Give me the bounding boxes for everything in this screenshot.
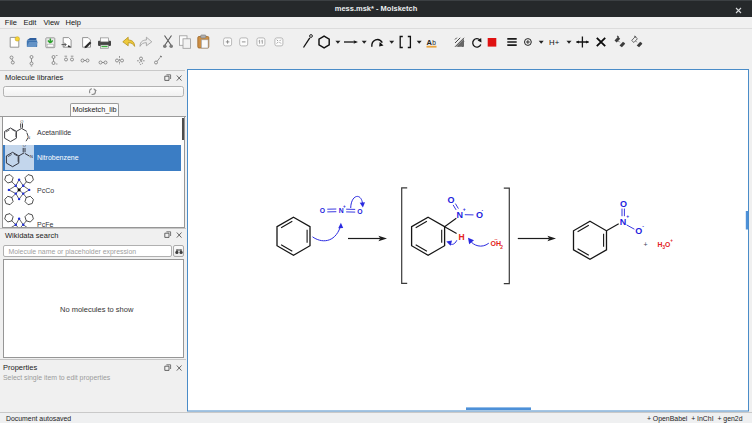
svg-text:+: + (463, 206, 466, 212)
svg-text:O: O (20, 120, 23, 124)
svg-text:O: O (635, 226, 642, 236)
svg-text:O: O (620, 199, 627, 209)
svg-text:+: + (670, 238, 673, 243)
svg-text:..: .. (494, 235, 498, 241)
svg-text:O: O (357, 208, 362, 215)
svg-text:H: H (458, 232, 464, 242)
svg-text:+: + (644, 241, 648, 248)
svg-text:+: + (343, 204, 346, 209)
svg-text:N: N (30, 155, 33, 160)
svg-text:O: O (447, 195, 454, 205)
svg-text:2: 2 (500, 245, 503, 250)
svg-text:+: + (626, 213, 629, 219)
svg-text:H+: H+ (549, 38, 560, 47)
svg-text:b: b (432, 39, 436, 46)
svg-text:O: O (320, 207, 325, 214)
svg-text:N: N (27, 135, 30, 140)
svg-text:O: O (23, 145, 26, 148)
